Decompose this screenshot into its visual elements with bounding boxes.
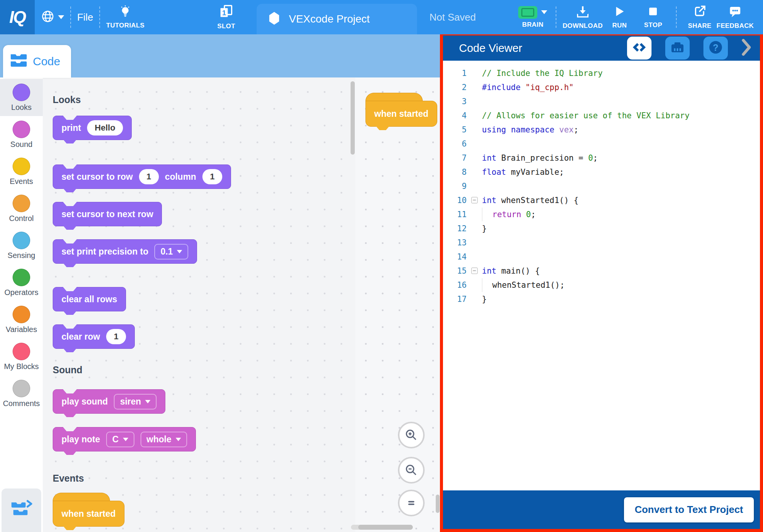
fold-column: −: [467, 197, 482, 203]
block-dropdown[interactable]: C: [106, 432, 134, 447]
code-token: }: [482, 224, 487, 233]
code-token: ;: [531, 210, 536, 219]
block-when-started[interactable]: when started: [53, 493, 124, 527]
code-line-9: 9: [443, 179, 760, 193]
block-clear-row[interactable]: clear row1: [53, 324, 135, 349]
share-button[interactable]: SHARE: [683, 0, 716, 34]
line-number: 17: [443, 295, 467, 304]
run-label: RUN: [612, 22, 627, 29]
canvas-horizontal-scrollbar[interactable]: [351, 525, 413, 530]
block-play-sound[interactable]: play soundsiren: [53, 389, 165, 414]
block-input-oval[interactable]: Hello: [87, 120, 123, 135]
language-menu-button[interactable]: [41, 10, 64, 25]
block-play-note[interactable]: play noteCwhole: [53, 427, 196, 451]
category-list: LooksSoundEventsControlSensingOperatorsV…: [0, 79, 43, 412]
feedback-button[interactable]: FEEDBACK: [716, 0, 754, 34]
block-text: when started: [374, 109, 428, 119]
line-number: 5: [443, 125, 467, 134]
svg-text:?: ?: [713, 43, 718, 53]
stop-button[interactable]: STOP: [636, 0, 670, 34]
category-label: Events: [10, 177, 33, 186]
code-token: whenStarted1() {: [496, 196, 579, 205]
zoom-reset-button[interactable]: [398, 490, 425, 516]
category-item-my-blocks[interactable]: My Blocks: [0, 338, 43, 375]
block-text: when started: [61, 509, 116, 519]
tab-code-label: Code: [33, 55, 60, 68]
block-when-started[interactable]: when started: [365, 93, 437, 127]
help-button[interactable]: ?: [703, 37, 728, 60]
line-number: 15: [443, 266, 467, 276]
category-sidebar: LooksSoundEventsControlSensingOperatorsV…: [0, 77, 43, 532]
zoom-out-button[interactable]: [398, 457, 425, 484]
code-line-17: 17}: [443, 292, 760, 306]
toolbar-divider: [556, 6, 556, 28]
block-input-oval[interactable]: 1: [106, 329, 126, 344]
block-print[interactable]: printHello: [53, 116, 132, 140]
tab-code[interactable]: Code: [3, 45, 71, 78]
block-text: clear all rows: [61, 294, 117, 305]
toolbar-divider: [676, 6, 677, 28]
download-button[interactable]: DOWNLOAD: [563, 0, 603, 34]
chevron-right-icon: [742, 50, 752, 57]
code-line-11: 11return 0;: [443, 207, 760, 221]
project-name-tab[interactable]: VEXcode Project: [257, 4, 417, 34]
code-token: "iq_cpp.h": [525, 83, 574, 92]
category-label: Comments: [3, 399, 40, 408]
block-dropdown[interactable]: whole: [141, 432, 187, 447]
code-line-7: 7int Brain_precision = 0;: [443, 151, 760, 165]
share-icon: [693, 5, 706, 20]
category-item-events[interactable]: Events: [0, 153, 43, 190]
block-set-print-precision-to[interactable]: set print precision to0.1: [53, 239, 197, 264]
block-dropdown-value: whole: [147, 434, 171, 445]
brain-screen-icon: [671, 42, 684, 55]
block-dropdown[interactable]: siren: [114, 394, 157, 409]
block-dropdown[interactable]: 0.1: [154, 244, 188, 260]
canvas-horizontal-scrollbar-thumb[interactable]: [358, 525, 413, 530]
block-input-oval[interactable]: 1: [139, 169, 159, 184]
save-status: Not Saved: [429, 11, 475, 23]
code-editor[interactable]: 1// Include the IQ Library2#include "iq_…: [443, 61, 760, 490]
category-item-comments[interactable]: Comments: [0, 375, 43, 412]
brain-button[interactable]: BRAIN: [516, 0, 550, 34]
canvas-vertical-scrollbar[interactable]: [436, 495, 440, 513]
zoom-in-button[interactable]: [398, 422, 425, 448]
brain-view-button[interactable]: [665, 37, 690, 60]
category-item-looks[interactable]: Looks: [0, 79, 43, 116]
category-item-sensing[interactable]: Sensing: [0, 227, 43, 264]
slot-number: 1: [222, 9, 226, 17]
convert-to-text-button[interactable]: Convert to Text Project: [624, 497, 754, 522]
block-set-cursor-to-next-row[interactable]: set cursor to next row: [53, 202, 162, 226]
fold-toggle-icon[interactable]: −: [471, 268, 478, 274]
category-item-sound[interactable]: Sound: [0, 116, 43, 153]
palette-vertical-scrollbar[interactable]: [351, 81, 355, 155]
file-menu-button[interactable]: File: [77, 11, 93, 23]
category-item-operators[interactable]: Operators: [0, 264, 43, 301]
code-view-toggle-button[interactable]: [627, 37, 651, 60]
code-text: // Allows for easier use of the VEX Libr…: [482, 108, 690, 123]
category-color-circle: [13, 232, 30, 249]
project-name: VEXcode Project: [289, 13, 370, 25]
category-item-control[interactable]: Control: [0, 190, 43, 227]
toggle-palette-button[interactable]: [2, 488, 41, 532]
toolbar-divider: [70, 6, 71, 28]
blocks-icon: [10, 53, 27, 70]
block-clear-all-rows[interactable]: clear all rows: [53, 287, 126, 311]
slot-button[interactable]: 1 SLOT: [209, 0, 243, 34]
programming-canvas[interactable]: when started: [355, 77, 440, 532]
block-input-oval[interactable]: 1: [202, 169, 222, 184]
palette-section-header-looks: Looks: [53, 94, 81, 105]
collapse-panel-button[interactable]: [742, 39, 752, 57]
tutorials-button[interactable]: TUTORIALS: [106, 0, 145, 34]
fold-toggle-icon[interactable]: −: [471, 197, 478, 203]
run-button[interactable]: RUN: [603, 0, 636, 34]
category-color-circle: [13, 195, 30, 212]
code-line-2: 2#include "iq_cpp.h": [443, 80, 760, 94]
block-text: print: [61, 123, 81, 133]
code-token: using: [482, 125, 506, 134]
tutorials-label: TUTORIALS: [106, 22, 145, 29]
code-line-15: 15−int main() {: [443, 264, 760, 278]
category-item-variables[interactable]: Variables: [0, 301, 43, 338]
line-number: 1: [443, 69, 467, 78]
block-set-cursor-to-row-column[interactable]: set cursor to row1column1: [53, 164, 231, 189]
code-token: return: [492, 210, 521, 219]
